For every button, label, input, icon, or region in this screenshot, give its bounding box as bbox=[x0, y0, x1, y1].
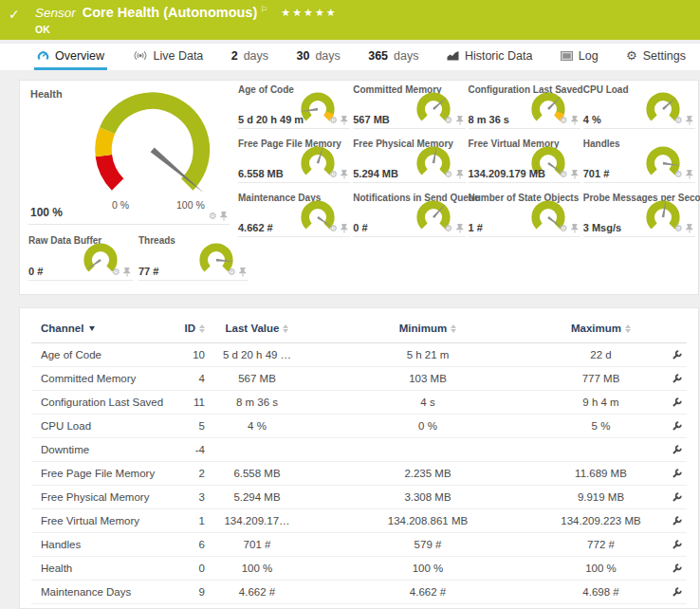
gear-icon[interactable]: ⚙ bbox=[228, 268, 236, 277]
tab-number: 30 bbox=[296, 49, 309, 63]
channel-settings-wrench-icon[interactable] bbox=[671, 349, 683, 361]
priority-stars[interactable]: ★★★★★ bbox=[281, 7, 337, 19]
pin-icon[interactable] bbox=[341, 170, 348, 179]
column-label: Channel bbox=[41, 323, 83, 334]
cell-channel: Committed Memory bbox=[31, 373, 181, 384]
column-header-minimum[interactable]: Minimum bbox=[309, 323, 546, 334]
tab-bar: Overview Live Data 2 days 30 days 365 da… bbox=[0, 44, 700, 70]
column-label: Maximum bbox=[571, 323, 621, 334]
channel-settings-wrench-icon[interactable] bbox=[671, 373, 683, 385]
channel-settings-wrench-icon[interactable] bbox=[671, 563, 683, 575]
channel-settings-wrench-icon[interactable] bbox=[671, 539, 683, 551]
gear-icon[interactable]: ⚙ bbox=[560, 224, 568, 233]
channel-gauge-cell[interactable]: Free Physical Memory 5.294 MB ⚙ bbox=[353, 138, 465, 183]
pin-icon[interactable] bbox=[456, 116, 464, 125]
table-row: Configuration Last Saved 11 8 m 36 s 4 s… bbox=[31, 391, 687, 415]
cell-maximum: 777 MB bbox=[546, 373, 655, 384]
pin-icon[interactable] bbox=[686, 170, 693, 179]
pin-icon[interactable] bbox=[686, 224, 693, 233]
channel-gauge-cell[interactable]: Threads 77 # ⚙ bbox=[138, 235, 249, 281]
cell-maximum: 100 % bbox=[546, 563, 655, 574]
cell-channel: Age of Code bbox=[31, 349, 181, 360]
gear-icon[interactable]: ⚙ bbox=[329, 116, 338, 125]
column-header-maximum[interactable]: Maximum bbox=[546, 323, 655, 334]
gear-icon[interactable]: ⚙ bbox=[560, 116, 568, 125]
channel-settings-wrench-icon[interactable] bbox=[671, 420, 683, 433]
gauge-value: 6.558 MB bbox=[238, 168, 284, 179]
gear-icon[interactable]: ⚙ bbox=[674, 170, 683, 179]
tab-settings[interactable]: ⚙ Settings bbox=[623, 44, 689, 70]
channel-gauge-cell[interactable]: Committed Memory 567 MB ⚙ bbox=[353, 84, 465, 129]
sort-icon bbox=[625, 324, 631, 333]
tab-live-data[interactable]: Live Data bbox=[130, 44, 207, 70]
tab-365-days[interactable]: 365 days bbox=[365, 44, 421, 70]
gauge-title: Threads bbox=[138, 235, 175, 246]
health-gauge-cell[interactable]: Health 0 % 100 % 100 % ⚙ bbox=[28, 86, 230, 225]
channel-gauge-cell[interactable]: Age of Code 5 d 20 h 49 m ⚙ bbox=[238, 84, 350, 129]
pin-icon[interactable] bbox=[239, 268, 247, 277]
tab-2-days[interactable]: 2 days bbox=[229, 44, 271, 70]
cell-minimum: 134.208.861 MB bbox=[309, 515, 546, 526]
channel-gauge-cell[interactable]: Handles 701 # ⚙ bbox=[583, 138, 695, 183]
table-row: Handles 6 701 # 579 # 772 # bbox=[31, 533, 687, 557]
channel-gauge-cell[interactable]: CPU Load 4 % ⚙ bbox=[583, 84, 695, 129]
gear-icon[interactable]: ⚙ bbox=[560, 170, 568, 179]
pin-icon[interactable] bbox=[341, 224, 348, 233]
gear-icon[interactable]: ⚙ bbox=[329, 170, 338, 179]
object-kind-label: Sensor bbox=[35, 6, 76, 20]
channel-settings-wrench-icon[interactable] bbox=[671, 515, 683, 527]
gauge-value: 701 # bbox=[583, 168, 610, 179]
gear-icon[interactable]: ⚙ bbox=[674, 224, 683, 233]
gear-icon: ⚙ bbox=[626, 49, 637, 62]
channel-gauge-cell[interactable]: Notifications in Send Queue 0 # ⚙ bbox=[353, 193, 465, 237]
cell-id: 10 bbox=[181, 349, 205, 360]
pin-icon[interactable] bbox=[571, 170, 579, 179]
channel-gauge-cell[interactable]: Number of State Objects 1 # ⚙ bbox=[469, 193, 580, 237]
pin-icon[interactable] bbox=[456, 170, 464, 179]
column-header-id[interactable]: ID bbox=[181, 323, 205, 334]
tab-log[interactable]: Log bbox=[558, 44, 601, 70]
channel-gauge-cell[interactable]: Probe Messages per Second 3 Msg/s ⚙ bbox=[583, 193, 695, 237]
channel-gauge-cell[interactable]: Free Virtual Memory 134.209.179 MB ⚙ bbox=[469, 138, 580, 183]
pin-icon[interactable] bbox=[220, 212, 228, 221]
channel-gauge-cell[interactable]: Raw Data Buffer 0 # ⚙ bbox=[28, 235, 133, 281]
cell-last-value: 5 d 20 h 49 … bbox=[205, 349, 309, 360]
table-row: Notifications in Send Queue 13 0 # 0 # 0… bbox=[31, 604, 687, 609]
pin-icon[interactable] bbox=[686, 116, 693, 125]
channel-gauge-cell[interactable]: Configuration Last Saved 8 m 36 s ⚙ bbox=[469, 84, 580, 129]
channel-gauge-cell[interactable]: Maintenance Days 4.662 # ⚙ bbox=[238, 193, 350, 237]
gear-icon[interactable]: ⚙ bbox=[445, 116, 453, 125]
pin-icon[interactable] bbox=[456, 224, 464, 233]
gear-icon[interactable]: ⚙ bbox=[209, 212, 217, 221]
channel-gauge-cell[interactable]: Free Page File Memory 6.558 MB ⚙ bbox=[238, 138, 350, 183]
channel-settings-wrench-icon[interactable] bbox=[671, 491, 683, 504]
cell-icons: ⚙ bbox=[329, 116, 348, 125]
pin-icon[interactable] bbox=[123, 268, 131, 277]
gauge-value: 4 % bbox=[583, 114, 601, 125]
pin-icon[interactable] bbox=[571, 224, 579, 233]
tab-historic-data[interactable]: Historic Data bbox=[444, 44, 536, 70]
tab-label: Log bbox=[579, 49, 599, 63]
column-header-last-value[interactable]: Last Value bbox=[205, 323, 309, 334]
pin-icon[interactable] bbox=[341, 116, 348, 125]
tab-30-days[interactable]: 30 days bbox=[293, 44, 342, 70]
gear-icon[interactable]: ⚙ bbox=[112, 268, 120, 277]
gear-icon[interactable]: ⚙ bbox=[445, 170, 453, 179]
gear-icon[interactable]: ⚙ bbox=[445, 224, 453, 233]
pin-icon[interactable] bbox=[571, 116, 579, 125]
gear-icon[interactable]: ⚙ bbox=[674, 116, 683, 125]
cell-minimum: 0 % bbox=[309, 420, 546, 432]
column-header-channel[interactable]: Channel bbox=[31, 323, 181, 334]
gear-icon[interactable]: ⚙ bbox=[329, 224, 338, 233]
cell-icons: ⚙ bbox=[445, 170, 464, 179]
channel-settings-wrench-icon[interactable] bbox=[671, 397, 683, 409]
tab-overview[interactable]: Overview bbox=[34, 44, 107, 70]
cell-maximum: 22 d bbox=[546, 349, 655, 360]
cell-channel: Health bbox=[31, 563, 181, 574]
channel-settings-wrench-icon[interactable] bbox=[671, 586, 683, 599]
table-row: Downtime -4 bbox=[31, 438, 687, 462]
column-label: Last Value bbox=[226, 323, 280, 334]
channel-settings-wrench-icon[interactable] bbox=[671, 444, 683, 456]
cell-icons: ⚙ bbox=[445, 116, 464, 125]
channel-settings-wrench-icon[interactable] bbox=[671, 468, 683, 480]
